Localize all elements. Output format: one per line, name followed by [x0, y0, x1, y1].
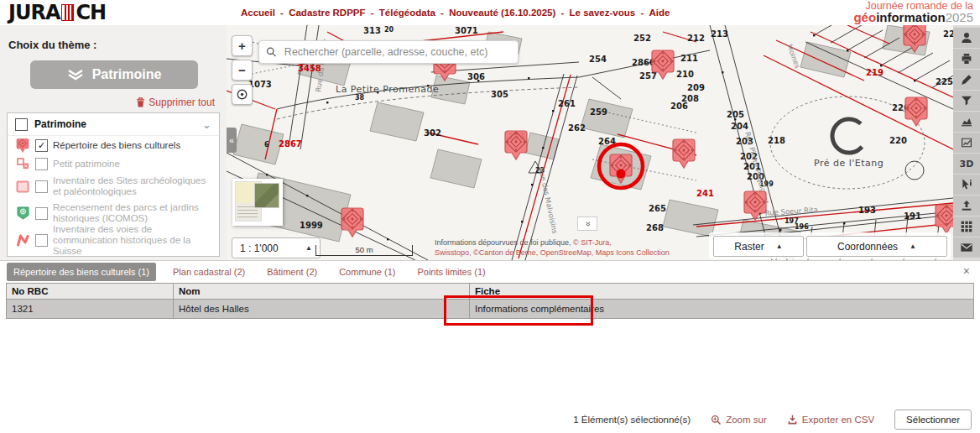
attribution-links[interactable]: Swisstopo, ©Canton de Berne, OpenStreeMa… [435, 248, 670, 258]
user-button[interactable] [953, 28, 980, 48]
selection-dot [617, 170, 626, 179]
nav-separator: - [555, 8, 569, 18]
nav-separator: - [275, 8, 289, 18]
layer-label: Inventaire des voies de communication hi… [53, 224, 214, 257]
attribution-link[interactable]: © SIT-Jura, [573, 238, 612, 247]
panel-collapse-handle[interactable]: « [577, 216, 597, 231]
nav-link[interactable]: Accueil [241, 8, 275, 18]
nav-link[interactable]: Aide [649, 8, 670, 18]
table-row[interactable]: 1321Hôtel des HallesInformations complém… [7, 300, 974, 319]
close-icon[interactable]: × [963, 265, 970, 277]
layer-checkbox[interactable] [35, 158, 48, 170]
layer-item-4[interactable]: Inventaire des voies de communication hi… [8, 227, 219, 253]
layer-label: Inventaire des Sites archéologiques et p… [53, 175, 214, 197]
select-button[interactable]: Sélectionner [894, 410, 972, 430]
parcel-number: 257 [639, 71, 657, 81]
dropdown-arrow-icon: ▲ [776, 243, 783, 250]
layer-checkbox[interactable] [35, 207, 48, 220]
draw-pencil-button[interactable] [953, 70, 980, 90]
parcel-number: 6 [264, 141, 269, 149]
logo-jura: JURA [8, 1, 60, 24]
parcel-number: 305 [491, 90, 508, 99]
zoom-to-button[interactable]: Zoom sur [711, 415, 767, 425]
dropdown-arrow-icon: ▲ [305, 244, 312, 252]
identify-cursor-icon [960, 178, 973, 191]
printer-button[interactable] [953, 49, 980, 69]
nav-link[interactable]: Cadastre RDPPF [289, 8, 365, 18]
download-icon [787, 415, 798, 425]
parcel-number: 209 [687, 83, 705, 92]
3d-button[interactable]: 3D [953, 154, 980, 174]
results-tab-3[interactable]: Commune (1) [334, 263, 400, 281]
grid-icon [960, 220, 973, 233]
parcel-number: 2867 [279, 139, 302, 149]
scale-selector[interactable]: 1 : 1'000 ▲ [232, 237, 321, 258]
profile-chart-button[interactable] [953, 112, 980, 132]
col-header-2[interactable]: Fiche [470, 284, 974, 300]
upload-button[interactable] [953, 196, 980, 216]
results-table-wrap: No RBCNomFiche 1321Hôtel des HallesInfor… [6, 283, 974, 319]
parcel-number: 241 [696, 189, 714, 198]
small-heritage-icon [15, 158, 30, 170]
parcel-number: 218 [768, 136, 785, 145]
place-label: La Petite Promenade [336, 84, 439, 95]
nav-link[interactable]: Le savez-vous [570, 8, 636, 18]
layer-checkbox[interactable] [35, 180, 48, 193]
fiche-link-cell[interactable]: Informations complémentaires [470, 300, 974, 319]
sidebar-collapse-handle[interactable]: « [227, 128, 237, 153]
filter-button[interactable] [953, 91, 980, 111]
search-input[interactable] [283, 45, 511, 59]
nav-link[interactable]: Télégéodata [379, 8, 435, 18]
coordinates-dropdown[interactable]: Coordonnées▲ [806, 236, 947, 257]
layer-group-header[interactable]: Patrimoine ⌄ [8, 113, 219, 136]
locate-button[interactable] [232, 84, 253, 105]
parcel-number: 212 [687, 34, 705, 43]
layer-item-1[interactable]: Petit patrimoine [8, 154, 219, 173]
col-header-0[interactable]: No RBC [7, 284, 174, 300]
table-cell[interactable]: Hôtel des Halles [174, 300, 470, 319]
table-header-row: No RBCNomFiche [7, 284, 974, 300]
col-header-1[interactable]: Nom [174, 284, 470, 300]
mail-button[interactable] [953, 237, 980, 258]
chevron-down-icon[interactable]: ⌄ [202, 118, 211, 131]
parcel-number: 268 [646, 223, 664, 232]
parcel-number: 254 [589, 55, 607, 64]
results-tab-0[interactable]: Répertoire des biens culturels (1) [7, 263, 156, 281]
layer-list: ✓Répertoire des biens culturelsPetit pat… [8, 136, 219, 253]
table-body: 1321Hôtel des HallesInformations complém… [7, 300, 974, 319]
user-icon [960, 31, 973, 44]
layer-item-0[interactable]: ✓Répertoire des biens culturels [8, 136, 219, 154]
group-checkbox[interactable] [15, 118, 28, 131]
results-tab-2[interactable]: Bâtiment (2) [262, 263, 322, 281]
theme-sidebar: Choix du thème : Patrimoine Supprimer to… [0, 25, 227, 260]
scalebar: 50 m [315, 245, 413, 256]
map-viewport[interactable]: 3132030712522542866212213211257210209208… [227, 25, 953, 260]
nav-link[interactable]: Nouveauté (16.10.2025) [449, 8, 555, 18]
theme-select-button[interactable]: Patrimoine [30, 60, 198, 89]
layer-checkbox[interactable]: ✓ [35, 139, 48, 152]
map-search[interactable] [258, 40, 519, 64]
results-tab-1[interactable]: Plan cadastral (2) [168, 263, 250, 281]
layer-item-3[interactable]: Recensement des parcs et jardins histori… [8, 200, 219, 227]
table-cell[interactable]: 1321 [7, 300, 174, 319]
zoom-out-button[interactable]: − [232, 60, 253, 81]
layer-checkbox[interactable] [35, 234, 48, 247]
top-nav: Accueil - Cadastre RDPPF - Télégéodata -… [241, 8, 670, 18]
export-csv-button[interactable]: Exporter en CSV [787, 415, 874, 425]
raster-dropdown[interactable]: Raster▲ [713, 236, 804, 257]
line-chart-button[interactable] [953, 133, 980, 153]
cultural-pin-icon [15, 138, 30, 153]
grid-button[interactable] [953, 216, 980, 237]
parcel-number: 252 [633, 34, 651, 43]
identify-cursor-button[interactable] [953, 175, 980, 195]
mail-icon [960, 241, 973, 254]
layer-item-2[interactable]: Inventaire des Sites archéologiques et p… [8, 173, 219, 200]
results-tab-4[interactable]: Points limites (1) [412, 263, 490, 281]
overview-inset[interactable] [232, 179, 283, 226]
parcel-number: 38 [355, 94, 365, 102]
clear-all-button[interactable]: Supprimer tout [0, 97, 215, 108]
theme-button-label: Patrimoine [92, 67, 162, 82]
zoom-in-button[interactable]: + [232, 35, 253, 56]
parcel-number: 224 [943, 29, 953, 39]
results-table: No RBCNomFiche 1321Hôtel des HallesInfor… [6, 283, 974, 319]
